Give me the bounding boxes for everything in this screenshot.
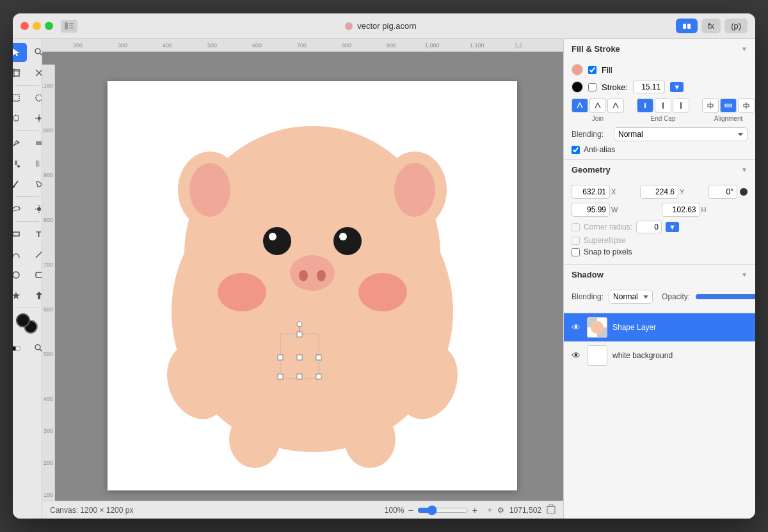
svg-point-48 [394, 163, 435, 217]
rect-shape-tool[interactable] [13, 224, 27, 244]
sun-tool[interactable] [28, 199, 43, 219]
h-input[interactable] [662, 203, 700, 217]
x-input[interactable] [572, 185, 610, 199]
maximize-button[interactable] [45, 22, 53, 30]
lasso-tool[interactable] [13, 109, 27, 128]
superellipse-checkbox[interactable] [572, 237, 580, 245]
shadow-blending-select[interactable]: Normal Multiply [609, 290, 653, 304]
endcap-btn-0[interactable] [637, 98, 653, 113]
geometry-header[interactable]: Geometry ▼ [564, 160, 755, 180]
layer-item-background[interactable]: 👁 white background [564, 341, 755, 370]
w-input[interactable] [572, 203, 610, 217]
canvas-area: 200 300 400 500 600 700 800 900 1,000 1,… [42, 39, 563, 519]
settings-button[interactable]: ⚙ [497, 506, 504, 515]
sidebar-toggle-button[interactable] [61, 20, 77, 33]
corner-radius-input[interactable] [636, 221, 662, 233]
titlebar: vector pig.acorn fx (p) [13, 13, 755, 39]
corner-radius-checkbox[interactable] [572, 223, 580, 231]
endcap-buttons [637, 98, 689, 113]
fill-checkbox[interactable] [588, 66, 596, 74]
rect-select-tool[interactable] [13, 88, 27, 107]
bezier-tool[interactable] [13, 245, 27, 264]
anti-alias-label: Anti-alias [584, 145, 615, 154]
fill-stroke-header[interactable]: Fill & Stroke ▼ [564, 39, 755, 59]
shadow-opacity-slider[interactable] [695, 292, 755, 302]
eraser-tool[interactable] [28, 134, 43, 153]
transform-tool[interactable] [28, 63, 43, 82]
select-tool[interactable] [13, 43, 27, 62]
paint-bucket-tool[interactable] [13, 154, 27, 173]
align-btn-2[interactable] [738, 98, 755, 113]
layer-eye-shape[interactable]: 👁 [570, 322, 582, 332]
text-tool[interactable]: T [28, 224, 43, 244]
p-button[interactable]: (p) [724, 19, 748, 33]
swap-colors-tool[interactable] [13, 339, 27, 358]
align-btn-0[interactable] [702, 98, 719, 113]
blending-select[interactable]: Normal Multiply Screen Overlay [614, 127, 748, 141]
layer-eye-background[interactable]: 👁 [570, 350, 582, 361]
rounded-rect-tool[interactable] [28, 265, 43, 285]
minimize-button[interactable] [33, 22, 41, 30]
blending-label: Blending: [572, 130, 609, 139]
fx-button[interactable]: fx [701, 19, 721, 33]
wh-row: W H [572, 203, 748, 217]
eyedropper-tool[interactable] [13, 175, 27, 194]
join-btn-1[interactable] [589, 98, 606, 113]
snap-pixels-checkbox[interactable] [572, 248, 580, 256]
align-btn-1[interactable] [720, 98, 737, 113]
tools-button[interactable] [676, 19, 698, 33]
svg-point-22 [17, 142, 19, 144]
status-bar: Canvas: 1200 × 1200 px 100% − + + ⚙ 1071… [42, 501, 563, 519]
trash-button[interactable] [547, 504, 556, 516]
ellipse-select-tool[interactable] [28, 88, 43, 107]
magic-wand-tool[interactable] [28, 109, 43, 128]
zoom-slider[interactable] [417, 505, 468, 515]
endcap-label: End Cap [651, 115, 676, 122]
zoom-control[interactable]: 100% − + [385, 505, 477, 515]
close-button[interactable] [20, 22, 29, 30]
svg-rect-3 [69, 27, 74, 29]
alignment-buttons [702, 98, 755, 113]
endcap-btn-2[interactable] [673, 98, 689, 113]
join-btn-0[interactable] [572, 98, 588, 113]
svg-point-57 [317, 270, 326, 281]
zoom-out-button[interactable]: − [408, 505, 413, 515]
zoom-in-button[interactable]: + [472, 505, 477, 515]
svg-rect-72 [547, 506, 555, 513]
stroke-value-input[interactable] [633, 81, 665, 93]
star-tool[interactable] [13, 286, 27, 305]
stroke-checkbox[interactable] [588, 83, 596, 91]
line-tool[interactable] [28, 245, 43, 264]
arrow-tool[interactable] [28, 286, 43, 305]
main-window: vector pig.acorn fx (p) [13, 13, 755, 519]
corner-radius-dropdown[interactable]: ▼ [666, 222, 679, 232]
anti-alias-checkbox[interactable] [572, 146, 580, 154]
titlebar-buttons: fx (p) [676, 19, 748, 33]
pen-tool[interactable] [13, 134, 27, 153]
oval-tool[interactable] [13, 265, 27, 285]
layer-item-shape[interactable]: 👁 Shape Layer [564, 313, 755, 341]
color-well-foreground[interactable] [16, 313, 30, 327]
stroke-arrow-button[interactable]: ▼ [670, 82, 684, 92]
gradient-tool[interactable] [28, 154, 43, 173]
geometry-chevron: ▼ [741, 166, 748, 173]
svg-rect-2 [69, 26, 74, 27]
zoom-tool[interactable] [28, 43, 43, 62]
crop-tool[interactable] [13, 63, 27, 82]
canvas-document[interactable] [108, 81, 517, 490]
rotation-handle[interactable] [740, 188, 748, 196]
add-layer-button[interactable]: + [488, 506, 492, 515]
canvas-viewport[interactable]: 1100 1000 900 800 700 600 500 400 300 20… [42, 52, 563, 501]
fill-color-swatch[interactable] [572, 64, 583, 75]
canvas-background[interactable] [61, 71, 563, 501]
y-input[interactable] [640, 185, 678, 199]
zoom-tool-bottom[interactable] [28, 339, 43, 358]
shadow-header[interactable]: Shadow ▼ [564, 265, 755, 285]
rotation-input[interactable] [708, 185, 737, 199]
join-btn-2[interactable] [607, 98, 624, 113]
smudge-tool[interactable] [28, 175, 43, 194]
endcap-btn-1[interactable] [655, 98, 671, 113]
cloud-tool[interactable] [13, 199, 27, 219]
svg-rect-23 [36, 141, 42, 145]
stroke-color-swatch[interactable] [572, 81, 583, 93]
